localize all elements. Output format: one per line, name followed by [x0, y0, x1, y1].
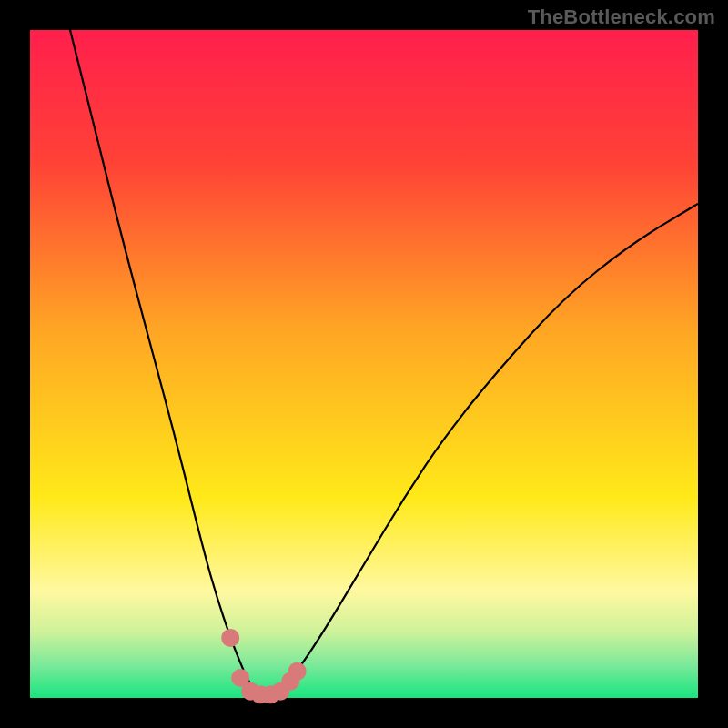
watermark-text: TheBottleneck.com: [528, 5, 715, 29]
highlight-marker: [288, 662, 307, 681]
chart-canvas: [0, 0, 728, 728]
highlight-marker: [221, 629, 239, 647]
plot-background: [30, 30, 698, 698]
